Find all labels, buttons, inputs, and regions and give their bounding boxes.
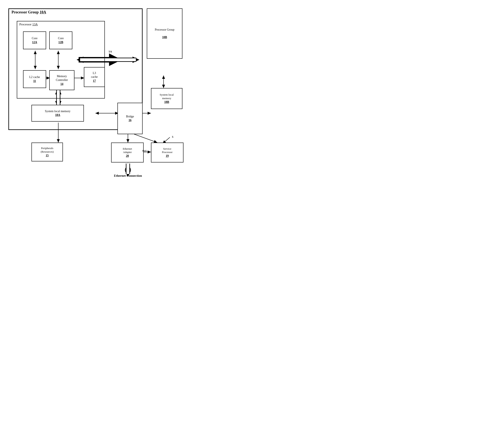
label-pme: PME	[142, 150, 147, 152]
service-processor-19: Service Processor 19	[151, 143, 184, 162]
eth-conn-head-up	[125, 163, 131, 170]
bridge-sp-arrow	[134, 134, 157, 143]
processor-group-a-label: Processor Group 10A	[12, 10, 46, 15]
bridge-16: Bridge 16	[117, 103, 143, 134]
memory-controller: Memory Controller 14	[49, 70, 74, 90]
core-12b: Core 12B	[49, 32, 72, 49]
core-12a: Core 12A	[23, 32, 46, 49]
sys-local-memory-18b: System local memory 18B	[151, 88, 182, 109]
l2-cache: L2 cache 11	[23, 70, 46, 88]
ethernet-adapter-20: Ethernet Adapter 20	[111, 143, 144, 162]
sys-local-memory-18a: System local memory 18A	[32, 105, 84, 122]
diagram: Processor Group 10A Processor 13A Core 1…	[4, 4, 185, 176]
peripherals-15: Peripherals (Resources) 15	[32, 143, 63, 161]
label-5a: 5A	[109, 50, 112, 53]
processor-group-b: Processor Group 10B	[147, 8, 182, 59]
label-5: 5	[172, 135, 173, 139]
l3-cache: L3 cache 17	[84, 67, 105, 87]
processor-a-label: Processor 13A	[19, 23, 38, 26]
ethernet-connection-label: Ethernet Connection	[113, 174, 143, 177]
